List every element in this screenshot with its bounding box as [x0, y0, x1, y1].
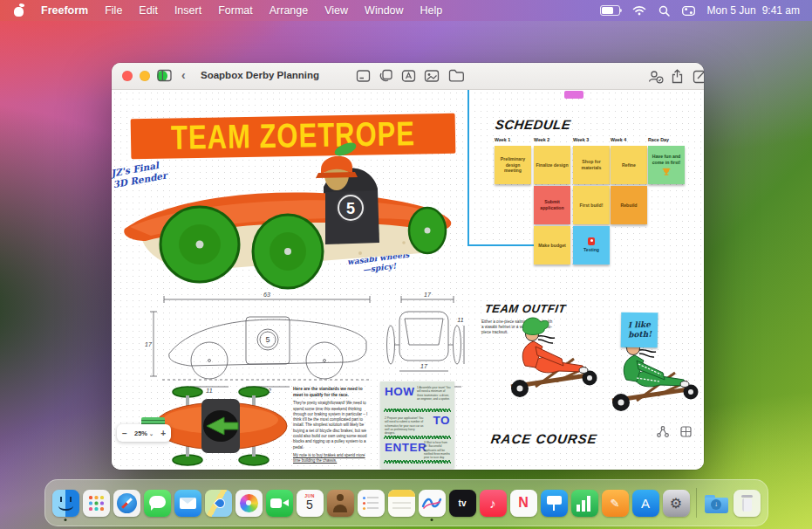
dock-finder[interactable]	[52, 490, 79, 517]
menu-bar: Freeform File Edit Insert Format Arrange…	[0, 0, 812, 21]
menu-insert[interactable]: Insert	[174, 4, 201, 17]
sticky-note[interactable]: Finalize design	[534, 146, 570, 184]
dock-facetime[interactable]	[266, 490, 293, 517]
news-icon: N	[510, 490, 537, 517]
poster-word-enter: ENTER	[385, 441, 426, 454]
car-top-view-render[interactable]	[151, 383, 290, 470]
sticky-note[interactable]: Refine	[611, 146, 647, 184]
standards-heading: Here are the standards we need to meet t…	[293, 387, 372, 398]
sticky-note[interactable]: Make budget	[534, 226, 570, 264]
dock-photos[interactable]	[235, 490, 263, 517]
sticky-note-tool-icon[interactable]	[356, 69, 371, 84]
dock-freeform[interactable]	[419, 490, 446, 517]
car-3d-render[interactable]: 5	[116, 138, 456, 293]
share-icon[interactable]	[671, 69, 686, 84]
back-chevron[interactable]: ‹	[181, 68, 186, 82]
new-board-icon[interactable]	[693, 69, 704, 84]
apple-menu-icon[interactable]	[14, 4, 24, 17]
menu-format[interactable]: Format	[218, 4, 253, 17]
zoom-in-button[interactable]: +	[160, 429, 166, 438]
dock-notes[interactable]	[388, 490, 415, 517]
menu-file[interactable]: File	[105, 4, 122, 17]
standards-text-block[interactable]: Here are the standards we need to meet t…	[293, 387, 372, 464]
zoom-level[interactable]: 25% ⌄	[134, 429, 154, 437]
dock-mail[interactable]	[174, 490, 201, 517]
board-title[interactable]: Soapbox Derby Planning	[201, 70, 319, 80]
blueprint-drawing[interactable]: 63 17 11 12 17 11 17 24 5	[145, 287, 466, 394]
sticky-note[interactable]: Preliminary design meeting	[495, 146, 531, 184]
running-indicator	[431, 519, 433, 521]
minimize-button[interactable]	[140, 71, 150, 81]
dock-calendar[interactable]: JUN5	[297, 490, 324, 517]
dock-contacts[interactable]	[327, 490, 354, 517]
menu-help[interactable]: Help	[420, 4, 443, 17]
music-icon: ♪	[480, 490, 507, 517]
calendar-icon: JUN5	[297, 490, 324, 517]
sticky-note[interactable]: First build!	[573, 186, 610, 224]
menu-app-name[interactable]: Freeform	[41, 4, 88, 17]
dock-numbers[interactable]	[571, 490, 598, 517]
sticky-note[interactable]: Have fun and come in first!	[648, 146, 685, 184]
dock-pages[interactable]: ✎	[602, 490, 629, 517]
dock-divider	[696, 488, 697, 518]
chevron-down-icon: ⌄	[149, 430, 154, 436]
connector-line-vertical[interactable]	[467, 90, 469, 245]
dock-trash[interactable]	[734, 490, 761, 517]
numbers-icon	[571, 490, 598, 517]
how-to-enter-poster[interactable]: HOW 1 Assemble your team! You will need …	[380, 381, 454, 468]
collaborate-icon[interactable]	[647, 69, 662, 84]
poster-braid-2	[384, 436, 451, 439]
dock-appstore[interactable]: A	[632, 490, 659, 517]
dock-maps[interactable]	[205, 490, 232, 517]
menu-clock[interactable]: Mon 5 Jun 9:41 am	[707, 4, 800, 17]
launchpad-icon	[83, 490, 110, 517]
dock-downloads[interactable]: ↓	[703, 490, 730, 517]
race-course-heading[interactable]: RACE COURSE	[490, 431, 598, 446]
standards-body: They're pretty straightforward! We need …	[293, 401, 372, 450]
i-like-both-sticky[interactable]: I like both!	[621, 313, 658, 348]
contacts-icon	[327, 490, 354, 517]
zoom-out-button[interactable]: −	[122, 429, 127, 438]
sidebar-toggle-icon[interactable]	[157, 69, 172, 84]
team-outfit-heading[interactable]: TEAM OUTFIT	[484, 302, 567, 315]
facetime-icon	[266, 490, 293, 517]
sticky-note[interactable]: Testing	[573, 226, 610, 264]
sticky-note[interactable]: Shop for materials	[573, 146, 610, 184]
svg-text:5: 5	[265, 335, 270, 344]
wifi-icon[interactable]	[632, 5, 646, 16]
dock-messages[interactable]	[144, 490, 171, 517]
menu-arrange[interactable]: Arrange	[270, 4, 308, 17]
schedule-col-week2: Week 2	[534, 137, 570, 142]
grid-view-icon[interactable]	[680, 426, 692, 437]
svg-text:63: 63	[263, 292, 270, 298]
media-tool-icon[interactable]	[424, 69, 439, 84]
connector-line-horizontal[interactable]	[467, 244, 535, 246]
sticky-note[interactable]: Rebuild	[611, 186, 647, 224]
dock-music[interactable]: ♪	[480, 490, 507, 517]
schedule-heading[interactable]: SCHEDULE	[495, 117, 572, 132]
menu-view[interactable]: View	[324, 4, 348, 17]
dock-safari[interactable]	[113, 490, 140, 517]
dock-news[interactable]: N	[510, 490, 537, 517]
menu-edit[interactable]: Edit	[139, 4, 158, 17]
dock-appletv[interactable]: tv	[449, 490, 476, 517]
menu-window[interactable]: Window	[365, 4, 403, 17]
dock-settings[interactable]: ⚙	[663, 490, 690, 517]
dock-reminders[interactable]	[358, 490, 385, 517]
sticky-note[interactable]: Submit application	[534, 186, 570, 224]
connect-diagram-icon[interactable]	[657, 426, 669, 437]
board-canvas[interactable]: TEAM ZOETROPE JZ's Final 3D Render Love …	[112, 90, 704, 470]
keynote-icon	[541, 490, 568, 517]
dock-launchpad[interactable]	[83, 490, 110, 517]
shapes-tool-icon[interactable]	[379, 69, 393, 84]
spotlight-search-icon[interactable]	[658, 5, 670, 17]
schedule-col-week1: Week 1	[495, 137, 531, 142]
battery-icon[interactable]	[600, 5, 620, 16]
close-button[interactable]	[122, 71, 133, 81]
svg-text:17: 17	[145, 341, 153, 347]
dock-keynote[interactable]	[541, 490, 568, 517]
rider-illustration-salmon[interactable]	[506, 317, 604, 402]
text-tool-icon[interactable]	[401, 69, 416, 84]
control-center-icon[interactable]	[682, 6, 695, 16]
insert-file-tool-icon[interactable]	[448, 69, 463, 84]
